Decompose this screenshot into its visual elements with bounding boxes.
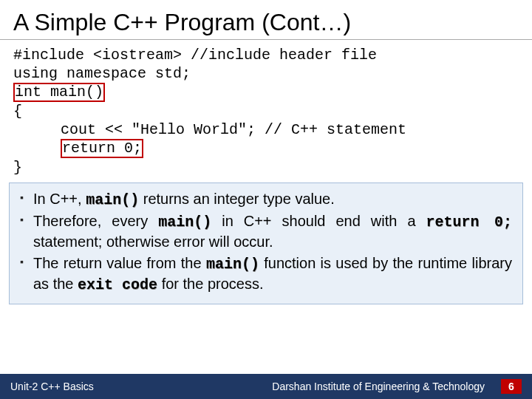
inline-code: main() [86, 191, 139, 208]
highlight-return: return 0; [61, 139, 143, 158]
inline-code: main() [206, 256, 259, 273]
note-block: In C++, main() returns an integer type v… [9, 183, 523, 304]
footer-right-text: Darshan Institute of Engineering & Techn… [272, 381, 485, 392]
code-line-2: using namespace std; [13, 64, 519, 83]
code-block: #include <iostream> //include header fil… [0, 41, 532, 183]
note-text: statement; otherwise error will occur. [33, 233, 273, 250]
note-text: Therefore, every [33, 213, 158, 229]
code-line-5: cout << "Hello World"; // C++ statement [13, 120, 519, 139]
code-line-3: int main() [13, 83, 519, 102]
note-text: in C++ should end with a [211, 213, 426, 229]
footer-left: Unit-2 C++ Basics [10, 381, 272, 392]
highlight-main: int main() [13, 83, 105, 102]
code-line-6: return 0; [13, 139, 519, 158]
slide-title: A Simple C++ Program (Cont…) [0, 0, 532, 40]
footer: Unit-2 C++ Basics Darshan Institute of E… [0, 374, 532, 399]
inline-code: main() [158, 214, 211, 231]
note-text: returns an integer type value. [139, 191, 335, 207]
note-text: The return value from the [33, 255, 206, 271]
code-line-1: #include <iostream> //include header fil… [13, 46, 519, 64]
code-line-7: } [13, 158, 519, 177]
page-number: 6 [501, 379, 522, 394]
note-text: In C++, [33, 191, 86, 207]
note-text: for the process. [157, 276, 263, 292]
inline-code: exit code [78, 276, 157, 293]
note-2: Therefore, every main() in C++ should en… [20, 211, 512, 252]
note-3: The return value from the main() functio… [20, 253, 512, 295]
note-1: In C++, main() returns an integer type v… [20, 189, 512, 210]
inline-code: return 0; [426, 214, 512, 231]
code-line-4: { [13, 102, 519, 120]
